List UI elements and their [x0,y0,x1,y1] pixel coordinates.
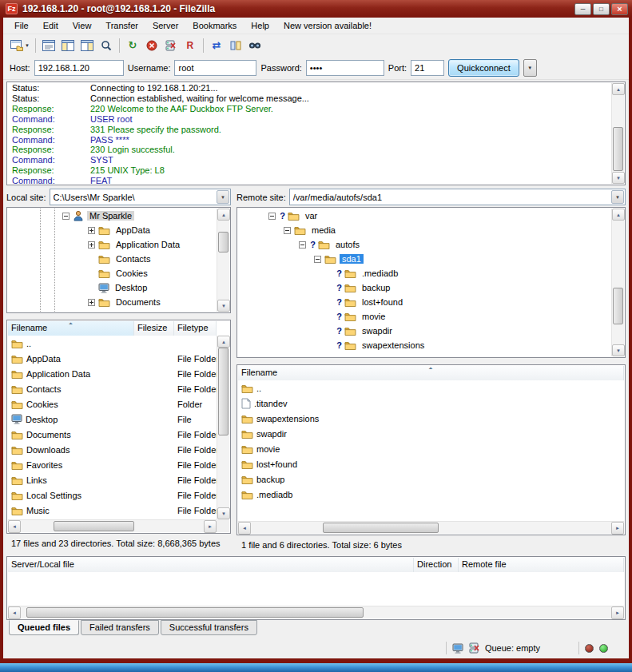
toggle-message-log-button[interactable] [39,37,58,54]
local-list-vertical-scrollbar[interactable]: ▲ ▼ [217,336,229,519]
menu-server[interactable]: Server [145,18,185,33]
file-row[interactable]: DesktopFile [8,412,217,427]
file-row[interactable]: backup [238,471,624,487]
tree-item-mediadb[interactable]: ? .mediadb [238,266,611,280]
scroll-down-button[interactable]: ▼ [217,507,230,519]
menu-view[interactable]: View [66,18,99,33]
file-row[interactable]: FavoritesFile Folder [8,457,217,472]
scrollbar-thumb[interactable] [54,521,134,531]
cancel-operation-button[interactable] [142,37,161,54]
file-row[interactable]: .mediadb [238,487,624,502]
port-input[interactable] [411,60,444,76]
scroll-left-button[interactable]: ◄ [8,606,21,619]
file-row[interactable]: Application DataFile Folder [8,366,217,381]
scrollbar-thumb[interactable] [613,288,623,325]
file-row[interactable]: AppDataFile Folder [8,351,217,366]
minimize-button[interactable]: ─ [574,3,591,15]
column-header-remote-file[interactable]: Remote file [459,558,624,572]
menu-bookmarks[interactable]: Bookmarks [185,18,244,33]
tree-item-movie[interactable]: ? movie [238,309,611,324]
tree-item-sda1[interactable]: sda1 [238,252,611,266]
local-file-list[interactable]: ▲Filename Filesize Filetype .. AppDataFi… [6,320,231,534]
tree-item-swapdir[interactable]: ? swapdir [238,324,611,338]
local-site-combobox[interactable]: C:\Users\Mr Sparkle\ ▼ [50,189,231,205]
quickconnect-button[interactable]: Quickconnect [448,59,519,77]
file-row[interactable]: .. [238,380,624,396]
expand-icon[interactable] [88,299,95,306]
expand-icon[interactable] [88,241,95,249]
server-icon[interactable] [469,642,479,654]
local-tree-vertical-scrollbar[interactable]: ▲ ▼ [217,209,229,312]
menu-file[interactable]: File [7,18,36,33]
local-list-horizontal-scrollbar[interactable]: ◄ ► [8,519,217,532]
file-row[interactable]: swapextensions [238,411,624,426]
username-input[interactable] [174,60,256,76]
scroll-down-button[interactable]: ▼ [217,300,230,312]
collapse-icon[interactable] [284,227,291,234]
tab-queued-files[interactable]: Queued files [9,620,79,635]
tree-item-media[interactable]: media [238,223,611,237]
scroll-up-button[interactable]: ▲ [217,336,230,348]
collapse-icon[interactable] [62,213,70,220]
scrollbar-thumb[interactable] [218,232,229,252]
find-files-button[interactable] [245,37,264,54]
scroll-left-button[interactable]: ◄ [8,520,21,533]
file-row[interactable]: ContactsFile Folder [8,381,217,396]
tree-item-dvd[interactable]: ? dvd [238,352,611,356]
remote-site-combobox[interactable]: /var/media/autofs/sda1 ▼ [289,189,626,205]
scroll-right-button[interactable]: ► [611,606,624,619]
menu-help[interactable]: Help [244,18,276,33]
directory-listing-filter-button[interactable] [97,37,116,54]
refresh-button[interactable]: ↻ [123,37,142,54]
password-input[interactable] [306,60,384,76]
remote-file-list[interactable]: ▲Filename .. .titandev swapextensions sw… [237,364,626,535]
quickconnect-dropdown-button[interactable]: ▼ [523,59,537,77]
collapse-icon[interactable] [268,213,276,220]
combo-dropdown-icon[interactable]: ▼ [611,190,624,204]
scrollbar-thumb[interactable] [613,127,623,171]
scroll-left-button[interactable]: ◄ [238,522,251,535]
monitor-icon[interactable] [452,643,463,654]
tree-item-swapextensions[interactable]: ? swapextensions [238,338,611,352]
host-input[interactable] [34,60,124,76]
scrollbar-thumb[interactable] [218,348,229,435]
log-vertical-scrollbar[interactable]: ▲ ▼ [611,83,624,184]
file-row[interactable]: Local SettingsFile Folder [8,487,217,503]
file-row[interactable]: DownloadsFile Folder [8,442,217,457]
column-header-filetype[interactable]: Filetype [174,321,217,336]
remote-tree-vertical-scrollbar[interactable]: ▲ ▼ [611,209,624,356]
transfer-queue[interactable]: Server/Local file Direction Remote file … [6,556,626,620]
column-header-filename[interactable]: ▲Filename [238,366,624,380]
local-splitter[interactable] [6,313,231,320]
expand-icon[interactable] [88,227,95,234]
file-row[interactable]: LinksFile Folder [8,472,217,487]
scroll-up-button[interactable]: ▲ [217,209,230,221]
pane-splitter[interactable] [231,189,237,555]
maximize-button[interactable]: □ [593,3,610,15]
remote-tree[interactable]: ? var media ? aut [237,207,626,358]
scroll-up-button[interactable]: ▲ [612,209,625,221]
directory-comparison-button[interactable] [226,37,245,54]
scrollbar-thumb[interactable] [26,607,363,618]
column-header-server-local-file[interactable]: Server/Local file [8,558,414,572]
toggle-remote-tree-button[interactable] [78,37,97,54]
queue-horizontal-scrollbar[interactable]: ◄ ► [8,606,624,618]
synchronized-browsing-button[interactable]: ⇄ [207,37,226,54]
close-button[interactable]: × [611,3,628,15]
file-row[interactable]: MusicFile Folder [8,503,217,518]
tab-failed-transfers[interactable]: Failed transfers [81,620,159,635]
local-tree[interactable]: Mr Sparkle AppData Application Data [6,207,231,313]
toggle-local-tree-button[interactable] [58,37,78,54]
tree-item-autofs[interactable]: ? autofs [238,237,611,252]
file-row[interactable]: movie [238,441,624,456]
scroll-down-button[interactable]: ▼ [612,172,625,184]
file-row[interactable]: swapdir [238,426,624,441]
tree-item-lost-found[interactable]: ? lost+found [238,295,611,309]
remote-list-horizontal-scrollbar[interactable]: ◄ ► [238,521,624,534]
column-header-direction[interactable]: Direction [414,558,459,572]
collapse-icon[interactable] [314,256,321,263]
site-manager-button[interactable]: ▼ [8,37,32,54]
file-row[interactable]: .. [8,336,217,351]
file-row[interactable]: .titandev [238,396,624,411]
menu-new-version[interactable]: New version available! [276,18,379,33]
